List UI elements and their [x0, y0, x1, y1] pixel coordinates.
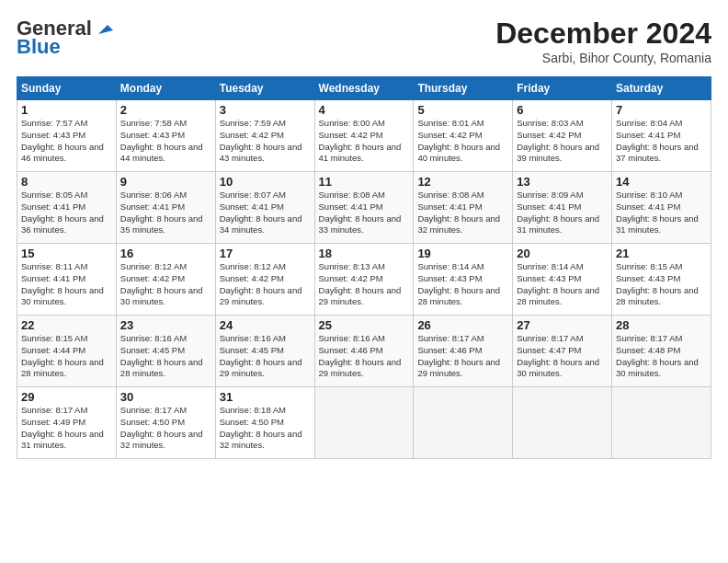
calendar-cell: 27 Sunrise: 8:17 AMSunset: 4:47 PMDaylig…: [513, 316, 612, 387]
svg-marker-0: [98, 25, 113, 34]
day-info: Sunrise: 8:06 AMSunset: 4:41 PMDaylight:…: [120, 190, 203, 235]
calendar-cell: 1 Sunrise: 7:57 AMSunset: 4:43 PMDayligh…: [17, 100, 117, 172]
day-number: 9: [120, 175, 211, 189]
calendar-cell: 22 Sunrise: 8:15 AMSunset: 4:44 PMDaylig…: [17, 316, 117, 387]
day-number: 28: [616, 318, 707, 332]
calendar-cell: 17 Sunrise: 8:12 AMSunset: 4:42 PMDaylig…: [215, 244, 314, 316]
calendar-cell: 31 Sunrise: 8:18 AMSunset: 4:50 PMDaylig…: [215, 387, 314, 459]
day-info: Sunrise: 8:11 AMSunset: 4:41 PMDaylight:…: [21, 261, 104, 306]
logo: General Blue: [17, 17, 113, 59]
day-info: Sunrise: 8:16 AMSunset: 4:46 PMDaylight:…: [319, 333, 402, 378]
day-info: Sunrise: 8:14 AMSunset: 4:43 PMDaylight:…: [517, 261, 599, 306]
day-info: Sunrise: 8:04 AMSunset: 4:41 PMDaylight:…: [616, 118, 699, 163]
title-block: December 2024 Sarbi, Bihor County, Roman…: [495, 17, 711, 65]
day-number: 15: [21, 247, 112, 260]
day-number: 22: [21, 318, 112, 332]
calendar-body: 1 Sunrise: 7:57 AMSunset: 4:43 PMDayligh…: [17, 100, 711, 459]
calendar-cell: 10 Sunrise: 8:07 AMSunset: 4:41 PMDaylig…: [215, 172, 314, 244]
calendar-cell: 29 Sunrise: 8:17 AMSunset: 4:49 PMDaylig…: [17, 387, 117, 459]
calendar-week-row: 15 Sunrise: 8:11 AMSunset: 4:41 PMDaylig…: [17, 244, 711, 316]
day-info: Sunrise: 8:13 AMSunset: 4:42 PMDaylight:…: [319, 261, 402, 306]
calendar-cell: 24 Sunrise: 8:16 AMSunset: 4:45 PMDaylig…: [215, 316, 314, 387]
day-info: Sunrise: 8:17 AMSunset: 4:46 PMDaylight:…: [417, 333, 500, 378]
calendar-cell: 16 Sunrise: 8:12 AMSunset: 4:42 PMDaylig…: [116, 244, 215, 316]
day-info: Sunrise: 8:05 AMSunset: 4:41 PMDaylight:…: [21, 190, 104, 235]
day-info: Sunrise: 8:15 AMSunset: 4:44 PMDaylight:…: [21, 333, 104, 378]
day-number: 8: [21, 175, 112, 189]
day-number: 17: [220, 247, 311, 260]
day-info: Sunrise: 8:18 AMSunset: 4:50 PMDaylight:…: [220, 405, 302, 450]
calendar-cell: 15 Sunrise: 8:11 AMSunset: 4:41 PMDaylig…: [17, 244, 117, 316]
day-number: 7: [616, 103, 707, 117]
calendar-week-row: 8 Sunrise: 8:05 AMSunset: 4:41 PMDayligh…: [17, 172, 711, 244]
calendar-cell: 19 Sunrise: 8:14 AMSunset: 4:43 PMDaylig…: [414, 244, 513, 316]
day-info: Sunrise: 8:17 AMSunset: 4:49 PMDaylight:…: [21, 405, 104, 450]
day-of-week-header: Tuesday: [215, 77, 314, 100]
day-number: 20: [517, 247, 608, 260]
day-info: Sunrise: 8:16 AMSunset: 4:45 PMDaylight:…: [120, 333, 203, 378]
day-info: Sunrise: 8:09 AMSunset: 4:41 PMDaylight:…: [517, 190, 599, 235]
day-info: Sunrise: 8:01 AMSunset: 4:42 PMDaylight:…: [417, 118, 500, 163]
day-info: Sunrise: 7:59 AMSunset: 4:42 PMDaylight:…: [220, 118, 302, 163]
calendar-cell: 7 Sunrise: 8:04 AMSunset: 4:41 PMDayligh…: [612, 100, 711, 172]
calendar-cell: [513, 387, 612, 459]
day-info: Sunrise: 8:17 AMSunset: 4:47 PMDaylight:…: [517, 333, 599, 378]
day-number: 29: [21, 390, 112, 404]
calendar-cell: 11 Sunrise: 8:08 AMSunset: 4:41 PMDaylig…: [314, 172, 414, 244]
day-number: 5: [417, 103, 508, 117]
calendar-cell: 8 Sunrise: 8:05 AMSunset: 4:41 PMDayligh…: [17, 172, 117, 244]
calendar-cell: 12 Sunrise: 8:08 AMSunset: 4:41 PMDaylig…: [414, 172, 513, 244]
day-number: 14: [616, 175, 707, 189]
calendar-cell: 2 Sunrise: 7:58 AMSunset: 4:43 PMDayligh…: [116, 100, 215, 172]
day-number: 11: [319, 175, 410, 189]
calendar-cell: 21 Sunrise: 8:15 AMSunset: 4:43 PMDaylig…: [612, 244, 711, 316]
logo-arrow-icon: [93, 17, 113, 38]
calendar-cell: 18 Sunrise: 8:13 AMSunset: 4:42 PMDaylig…: [314, 244, 414, 316]
calendar: SundayMondayTuesdayWednesdayThursdayFrid…: [17, 76, 711, 459]
calendar-cell: 6 Sunrise: 8:03 AMSunset: 4:42 PMDayligh…: [513, 100, 612, 172]
day-info: Sunrise: 8:08 AMSunset: 4:41 PMDaylight:…: [417, 190, 500, 235]
logo-blue: Blue: [17, 35, 61, 59]
calendar-cell: 28 Sunrise: 8:17 AMSunset: 4:48 PMDaylig…: [612, 316, 711, 387]
calendar-cell: 13 Sunrise: 8:09 AMSunset: 4:41 PMDaylig…: [513, 172, 612, 244]
day-number: 6: [517, 103, 608, 117]
day-of-week-header: Saturday: [612, 77, 711, 100]
day-number: 31: [220, 390, 311, 404]
day-number: 19: [417, 247, 508, 260]
calendar-week-row: 1 Sunrise: 7:57 AMSunset: 4:43 PMDayligh…: [17, 100, 711, 172]
day-number: 21: [616, 247, 707, 260]
calendar-week-row: 29 Sunrise: 8:17 AMSunset: 4:49 PMDaylig…: [17, 387, 711, 459]
day-number: 24: [220, 318, 311, 332]
calendar-cell: 30 Sunrise: 8:17 AMSunset: 4:50 PMDaylig…: [116, 387, 215, 459]
day-info: Sunrise: 7:58 AMSunset: 4:43 PMDaylight:…: [120, 118, 203, 163]
day-info: Sunrise: 8:03 AMSunset: 4:42 PMDaylight:…: [517, 118, 599, 163]
calendar-cell: [314, 387, 414, 459]
calendar-cell: [612, 387, 711, 459]
day-info: Sunrise: 8:16 AMSunset: 4:45 PMDaylight:…: [220, 333, 302, 378]
day-info: Sunrise: 8:08 AMSunset: 4:41 PMDaylight:…: [319, 190, 402, 235]
day-number: 3: [220, 103, 311, 117]
day-number: 27: [517, 318, 608, 332]
day-number: 26: [417, 318, 508, 332]
day-info: Sunrise: 8:12 AMSunset: 4:42 PMDaylight:…: [220, 261, 302, 306]
day-info: Sunrise: 7:57 AMSunset: 4:43 PMDaylight:…: [21, 118, 104, 163]
day-of-week-header: Wednesday: [314, 77, 414, 100]
calendar-cell: 4 Sunrise: 8:00 AMSunset: 4:42 PMDayligh…: [314, 100, 414, 172]
day-info: Sunrise: 8:15 AMSunset: 4:43 PMDaylight:…: [616, 261, 699, 306]
day-number: 16: [120, 247, 211, 260]
calendar-cell: 9 Sunrise: 8:06 AMSunset: 4:41 PMDayligh…: [116, 172, 215, 244]
calendar-cell: [414, 387, 513, 459]
day-info: Sunrise: 8:12 AMSunset: 4:42 PMDaylight:…: [120, 261, 203, 306]
day-number: 2: [120, 103, 211, 117]
calendar-cell: 23 Sunrise: 8:16 AMSunset: 4:45 PMDaylig…: [116, 316, 215, 387]
calendar-cell: 3 Sunrise: 7:59 AMSunset: 4:42 PMDayligh…: [215, 100, 314, 172]
day-number: 10: [220, 175, 311, 189]
calendar-cell: 25 Sunrise: 8:16 AMSunset: 4:46 PMDaylig…: [314, 316, 414, 387]
day-info: Sunrise: 8:07 AMSunset: 4:41 PMDaylight:…: [220, 190, 302, 235]
day-of-week-header: Friday: [513, 77, 612, 100]
calendar-header-row: SundayMondayTuesdayWednesdayThursdayFrid…: [17, 77, 711, 100]
day-info: Sunrise: 8:17 AMSunset: 4:50 PMDaylight:…: [120, 405, 203, 450]
day-number: 4: [319, 103, 410, 117]
day-number: 13: [517, 175, 608, 189]
day-info: Sunrise: 8:00 AMSunset: 4:42 PMDaylight:…: [319, 118, 402, 163]
